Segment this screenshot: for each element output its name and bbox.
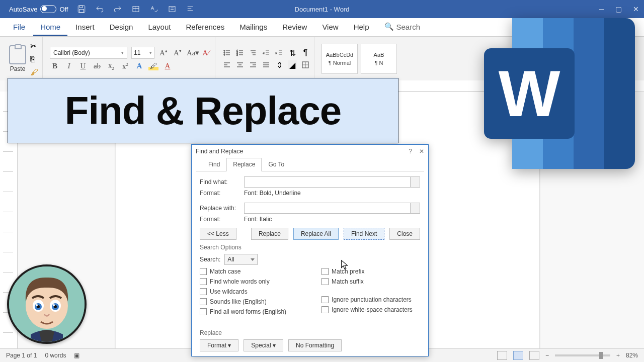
chk-ignore-ws[interactable]: Ignore white-space characters xyxy=(321,306,413,313)
zoom-out-button[interactable]: − xyxy=(545,352,549,359)
font-color-icon[interactable]: A xyxy=(163,62,173,70)
tab-home[interactable]: Home xyxy=(33,20,67,36)
copy-icon[interactable]: ⎘ xyxy=(30,55,38,64)
maximize-button[interactable]: ▢ xyxy=(615,5,622,13)
chk-match-prefix[interactable]: Match prefix xyxy=(321,268,413,275)
format-painter-icon[interactable]: 🖌 xyxy=(30,68,38,77)
tab-view[interactable]: View xyxy=(315,20,345,36)
view-read-icon[interactable] xyxy=(497,351,507,360)
zoom-level[interactable]: 82% xyxy=(626,352,638,359)
find-replace-dialog: Find and Replace ?✕ Find Replace Go To F… xyxy=(191,144,429,356)
change-case-icon[interactable]: Aa▾ xyxy=(187,48,197,57)
qat-icon-3[interactable] xyxy=(186,5,195,14)
align-right-icon[interactable] xyxy=(249,60,258,69)
dlg-close-button[interactable]: Close xyxy=(389,228,420,240)
replace-all-button[interactable]: Replace All xyxy=(293,228,339,240)
bullets-icon[interactable] xyxy=(222,48,231,57)
align-left-icon[interactable] xyxy=(222,60,231,69)
line-spacing-icon[interactable]: ⇕ xyxy=(275,60,284,69)
dlg-tab-goto[interactable]: Go To xyxy=(262,158,291,171)
dialog-close-button[interactable]: ✕ xyxy=(419,148,424,155)
cut-icon[interactable]: ✂ xyxy=(30,41,38,51)
special-menu-button[interactable]: Special ▾ xyxy=(244,339,283,351)
close-button[interactable]: ✕ xyxy=(633,5,639,13)
multilevel-icon[interactable] xyxy=(249,48,258,57)
tab-mailings[interactable]: Mailings xyxy=(232,20,274,36)
highlight-icon[interactable]: 🖊 xyxy=(148,62,158,70)
qat-icon-2[interactable] xyxy=(168,5,177,14)
tab-help[interactable]: Help xyxy=(347,20,376,36)
chk-match-suffix[interactable]: Match suffix xyxy=(321,278,413,285)
qat-icon-1[interactable] xyxy=(131,5,140,14)
borders-icon[interactable] xyxy=(301,60,310,69)
page-status[interactable]: Page 1 of 1 xyxy=(6,352,37,359)
replace-with-input[interactable] xyxy=(244,203,420,214)
tab-design[interactable]: Design xyxy=(103,20,140,36)
pilcrow-icon[interactable]: ¶ xyxy=(301,48,310,57)
word-count[interactable]: 0 words xyxy=(45,352,66,359)
justify-icon[interactable] xyxy=(262,60,271,69)
style-2[interactable]: AaB ¶ N xyxy=(361,44,397,74)
format-menu-button[interactable]: Format ▾ xyxy=(200,339,238,351)
chk-sounds-like[interactable]: Sounds like (English) xyxy=(200,298,286,305)
no-formatting-button[interactable]: No Formatting xyxy=(288,339,342,351)
view-web-icon[interactable] xyxy=(529,351,539,360)
view-print-icon[interactable] xyxy=(513,351,523,360)
chk-wildcards[interactable]: Use wildcards xyxy=(200,288,286,295)
tab-references[interactable]: References xyxy=(179,20,231,36)
zoom-in-button[interactable]: + xyxy=(616,352,620,359)
clear-format-icon[interactable]: A⁄ xyxy=(201,49,211,57)
text-effects-icon[interactable]: A xyxy=(134,62,144,70)
less-button[interactable]: << Less xyxy=(200,228,236,240)
tab-layout[interactable]: Layout xyxy=(141,20,178,36)
chk-match-case[interactable]: Match case xyxy=(200,268,286,275)
numbering-icon[interactable]: 123 xyxy=(235,48,245,57)
bold-button[interactable]: B xyxy=(50,62,60,70)
tab-insert[interactable]: Insert xyxy=(68,20,102,36)
svg-point-21 xyxy=(53,304,55,306)
shading-icon[interactable]: ◢ xyxy=(288,60,297,69)
font-size-dropdown[interactable]: 11▾ xyxy=(131,47,154,59)
grow-font-icon[interactable]: A▴ xyxy=(158,48,169,57)
dialog-help-button[interactable]: ? xyxy=(409,148,412,155)
undo-icon[interactable] xyxy=(95,5,104,14)
svg-point-5 xyxy=(224,50,225,52)
sort-icon[interactable]: ⇅ xyxy=(288,48,297,57)
find-next-button[interactable]: Find Next xyxy=(344,228,384,240)
underline-button[interactable]: U xyxy=(78,62,88,70)
chk-whole-words[interactable]: Find whole words only xyxy=(200,278,286,285)
paste-button[interactable]: Paste xyxy=(9,45,26,72)
strikethrough-button[interactable]: ab xyxy=(92,62,102,70)
tab-review[interactable]: Review xyxy=(275,20,314,36)
replace-with-label: Replace with: xyxy=(200,205,239,212)
search-scope-dropdown[interactable]: All xyxy=(224,254,258,265)
tab-file[interactable]: File xyxy=(6,20,32,36)
zoom-slider[interactable] xyxy=(555,354,610,356)
proofing-icon[interactable]: ▣ xyxy=(74,352,79,359)
replace-button[interactable]: Replace xyxy=(251,228,288,240)
font-name-dropdown[interactable]: Calibri (Body)▾ xyxy=(50,47,127,59)
subscript-button[interactable]: x2 xyxy=(106,62,116,71)
chk-word-forms[interactable]: Find all word forms (English) xyxy=(200,308,286,315)
minimize-button[interactable]: ─ xyxy=(599,5,604,13)
spellcheck-icon[interactable] xyxy=(149,5,158,14)
align-center-icon[interactable] xyxy=(235,60,245,69)
dlg-tab-find[interactable]: Find xyxy=(202,158,226,171)
save-icon[interactable] xyxy=(77,5,86,14)
find-what-input[interactable] xyxy=(244,176,420,188)
increase-indent-icon[interactable] xyxy=(275,48,284,57)
svg-point-20 xyxy=(36,304,38,306)
style-normal[interactable]: AaBbCcDd ¶ Normal xyxy=(321,44,358,74)
redo-icon[interactable] xyxy=(113,5,122,14)
dlg-tab-replace[interactable]: Replace xyxy=(226,158,262,171)
find-what-label: Find what: xyxy=(200,178,239,186)
paste-label: Paste xyxy=(10,65,26,72)
superscript-button[interactable]: x2 xyxy=(120,62,130,71)
tab-search[interactable]: 🔍Search xyxy=(377,19,428,36)
decrease-indent-icon[interactable] xyxy=(262,48,271,57)
italic-button[interactable]: I xyxy=(64,62,74,70)
autosave-toggle[interactable]: AutoSave Off xyxy=(9,5,68,13)
shrink-font-icon[interactable]: A▾ xyxy=(173,48,183,57)
toggle-off-icon xyxy=(40,5,56,13)
chk-ignore-punct[interactable]: Ignore punctuation characters xyxy=(321,296,413,303)
